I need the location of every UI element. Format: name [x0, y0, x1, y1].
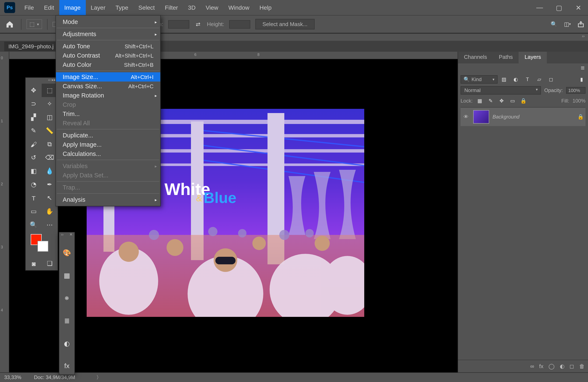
home-icon[interactable] — [3, 18, 16, 30]
new-layer-icon[interactable]: ◻ — [569, 363, 574, 369]
tool-ruler-tool[interactable]: 📏 — [42, 124, 58, 137]
tool-dodge[interactable]: ◔ — [26, 178, 42, 191]
opacity-input[interactable]: 100% — [566, 87, 586, 94]
tool-path-sel[interactable]: ↖ — [42, 191, 58, 205]
tool-zoom[interactable]: 🔍 — [26, 218, 42, 231]
lock-brush-icon[interactable]: ✎ — [487, 97, 494, 105]
shape-filter-icon[interactable]: ▱ — [535, 76, 543, 83]
menuitem-auto-contrast[interactable]: Auto ContrastAlt+Shift+Ctrl+L — [56, 51, 160, 60]
panel-icon-glyphs[interactable]: fx — [59, 358, 74, 374]
menu-select[interactable]: Select — [133, 0, 160, 15]
tool-gradient[interactable]: ◧ — [26, 164, 42, 178]
document-tab[interactable]: IMG_2949~photo.j — [4, 41, 58, 51]
doc-size-readout[interactable]: Doc: 34,9M/34,9M — [34, 374, 75, 380]
tool-move[interactable]: ✥ — [26, 84, 42, 97]
tab-paths[interactable]: Paths — [493, 52, 519, 63]
panel-icon-halftone[interactable]: ◐ — [59, 335, 74, 352]
tool-blur[interactable]: 💧 — [42, 164, 58, 178]
menuitem-trim[interactable]: Trim... — [56, 109, 160, 118]
fill-input[interactable]: 100% — [573, 98, 586, 104]
close-button[interactable]: ✕ — [569, 0, 588, 15]
expand-icon[interactable]: ›› — [61, 232, 63, 238]
menuitem-analysis[interactable]: Analysis — [56, 195, 160, 204]
tool-type[interactable]: T — [26, 191, 42, 205]
menuitem-image-rotation[interactable]: Image Rotation — [56, 91, 160, 100]
lock-pixels-icon[interactable]: ▦ — [476, 97, 483, 105]
panel-icon-bars[interactable]: ≣ — [59, 312, 74, 329]
mask-icon[interactable]: ◯ — [548, 363, 555, 369]
workspace-icon[interactable]: ◫ ▾ — [564, 20, 571, 28]
type-filter-icon[interactable]: T — [524, 76, 531, 83]
tool-clone[interactable]: ⧉ — [42, 137, 58, 151]
width-input[interactable] — [168, 20, 189, 28]
tool-preset-selector[interactable]: ⬚▾ — [26, 19, 42, 29]
tool-lasso[interactable]: ⊃ — [26, 97, 42, 111]
height-input[interactable] — [229, 20, 250, 28]
tool-pen[interactable]: ✒ — [42, 178, 58, 191]
maximize-button[interactable]: ▢ — [549, 0, 569, 15]
fx-icon[interactable]: fx — [539, 363, 544, 369]
menu-filter[interactable]: Filter — [160, 0, 183, 15]
background-swatch[interactable] — [38, 241, 48, 252]
search-icon[interactable]: 🔍 — [550, 20, 558, 28]
menuitem-auto-color[interactable]: Auto ColorShift+Ctrl+B — [56, 60, 160, 69]
menu-type[interactable]: Type — [110, 0, 133, 15]
menuitem-auto-tone[interactable]: Auto ToneShift+Ctrl+L — [56, 42, 160, 51]
tool-eyedrop[interactable]: ✎ — [26, 124, 42, 137]
menu-edit[interactable]: Edit — [39, 0, 59, 15]
tool-rect[interactable]: ▭ — [26, 205, 42, 218]
panel-icon-grid[interactable]: ▦ — [59, 267, 74, 284]
menuitem-canvas-size[interactable]: Canvas Size...Alt+Ctrl+C — [56, 81, 160, 91]
lock-all-icon[interactable]: 🔒 — [520, 97, 527, 105]
swap-icon[interactable]: ⇄ — [194, 20, 202, 28]
link-icon[interactable]: ∞ — [530, 363, 534, 369]
tool-slice[interactable]: ◫ — [42, 111, 58, 124]
tool-hand[interactable]: ✋ — [42, 205, 58, 218]
menu-window[interactable]: Window — [223, 0, 254, 15]
tool-crop[interactable]: ▞ — [26, 111, 42, 124]
tool-brush[interactable]: 🖌 — [26, 137, 42, 151]
menu-image[interactable]: Image — [59, 0, 85, 15]
panel-icon-wheel[interactable]: ⎈ — [59, 289, 74, 306]
close-icon[interactable]: ✕ — [69, 232, 73, 238]
tool-wand[interactable]: ✧ — [42, 97, 58, 111]
smart-filter-icon[interactable]: ◻ — [547, 76, 555, 83]
layer-kind-filter[interactable]: 🔍Kind — [461, 75, 498, 84]
tool-marquee[interactable]: ⬚ — [42, 84, 58, 97]
tab-layers[interactable]: Layers — [519, 52, 547, 63]
blend-mode-select[interactable]: Normal — [461, 86, 541, 95]
tool-more-dots[interactable]: ⋯ — [42, 218, 58, 231]
menuitem-mode[interactable]: Mode — [56, 17, 160, 26]
tab-channels[interactable]: Channels — [458, 52, 493, 63]
menu-file[interactable]: File — [19, 0, 39, 15]
more-icon[interactable]: ›› — [582, 34, 585, 41]
lock-artboard-icon[interactable]: ▭ — [509, 97, 516, 105]
trash-icon[interactable]: 🗑 — [579, 363, 585, 369]
tool-screenmode[interactable]: ❏ — [42, 257, 58, 270]
pixel-filter-icon[interactable]: ▨ — [500, 76, 508, 83]
menuitem-apply-image[interactable]: Apply Image... — [56, 140, 160, 149]
select-and-mask-button[interactable]: Select and Mask... — [255, 19, 315, 29]
collapse-icon[interactable]: ‹‹ ▸▸ — [48, 78, 56, 84]
menu-help[interactable]: Help — [254, 0, 277, 15]
tool-quickmask[interactable]: ◙ — [26, 257, 42, 270]
menuitem-duplicate[interactable]: Duplicate... — [56, 131, 160, 140]
minimize-button[interactable]: — — [530, 0, 549, 15]
filter-toggle-icon[interactable]: ▮ — [578, 76, 586, 83]
visibility-icon[interactable]: 👁 — [462, 114, 470, 120]
menuitem-calculations[interactable]: Calculations... — [56, 149, 160, 158]
menuitem-image-size[interactable]: Image Size...Alt+Ctrl+I — [56, 72, 160, 81]
menu-3d[interactable]: 3D — [183, 0, 201, 15]
tool-eraser[interactable]: ⌫ — [42, 151, 58, 164]
status-arrow-icon[interactable]: 〉 — [96, 374, 101, 381]
lock-position-icon[interactable]: ✥ — [498, 97, 505, 105]
panel-menu-icon[interactable]: ≡ — [581, 64, 585, 72]
adjustment-icon[interactable]: ◐ — [560, 363, 565, 369]
menu-layer[interactable]: Layer — [85, 0, 110, 15]
menuitem-adjustments[interactable]: Adjustments — [56, 29, 160, 39]
zoom-readout[interactable]: 33,33% — [4, 374, 21, 380]
adjust-filter-icon[interactable]: ◐ — [512, 76, 520, 83]
layer-row[interactable]: 👁 Background 🔒 — [461, 108, 586, 126]
menu-view[interactable]: View — [201, 0, 223, 15]
panel-icon-palette[interactable]: 🎨 — [59, 244, 74, 261]
